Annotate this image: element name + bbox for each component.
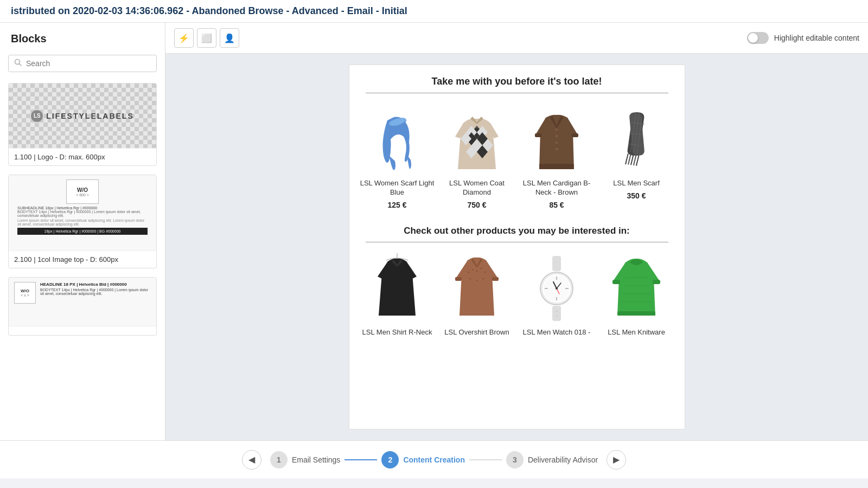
nav-step-2[interactable]: 2 Content Creation — [381, 451, 465, 468]
search-wrap — [0, 50, 165, 79]
email-container: Take me with you before it's too late! — [349, 65, 685, 429]
email-scroll[interactable]: Take me with you before it's too late! — [165, 54, 868, 440]
svg-rect-52 — [653, 280, 660, 284]
sidebar-blocks: Blocks LS LIFESTYLELABELS 1.100 — [0, 23, 165, 440]
next-button[interactable]: ▶ — [607, 450, 626, 470]
desktop-icon: ⬜ — [201, 33, 212, 43]
svg-rect-10 — [535, 133, 541, 137]
block2-body: BODYTEXT 14px | Helvetica Rgr | #000000 … — [17, 210, 148, 217]
svg-point-49 — [556, 310, 558, 312]
prev-button[interactable]: ◀ — [242, 450, 261, 470]
product-img-2 — [527, 104, 586, 175]
product-cell-3: LSL Men Scarf 350 € — [599, 104, 674, 209]
svg-point-30 — [484, 271, 486, 273]
toolbar-right: Highlight editable content — [747, 32, 859, 44]
nav-steps: 1 Email Settings 2 Content Creation 3 De… — [270, 451, 598, 468]
logo-circle: LS — [31, 110, 43, 122]
svg-line-1 — [20, 64, 22, 66]
logo-preview: LS LIFESTYLELABELS — [31, 110, 133, 122]
product-img-5 — [447, 253, 507, 324]
product-name-0: LSL Women Scarf Light Blue — [360, 179, 435, 197]
block-preview-logo: LS LIFESTYLELABELS — [9, 84, 156, 149]
svg-point-31 — [470, 278, 471, 279]
product-cell-4: LSL Men Shirt R-Neck — [360, 253, 435, 341]
svg-rect-7 — [555, 142, 558, 144]
svg-line-22 — [631, 154, 634, 165]
logo-text: LIFESTYLELABELS — [46, 112, 133, 120]
svg-point-27 — [472, 268, 474, 270]
product-price-0: 125 € — [387, 201, 406, 209]
svg-point-33 — [483, 278, 484, 279]
svg-point-26 — [468, 271, 470, 273]
step-circle-3: 3 — [506, 451, 524, 468]
product-name-3: LSL Men Scarf — [613, 179, 660, 188]
block2-btn: 18px | Helvetica Rgr | #000000 | BG #000… — [17, 228, 148, 235]
bottom-nav: ◀ 1 Email Settings 2 Content Creation 3 … — [0, 440, 868, 478]
nav-step-1[interactable]: 1 Email Settings — [270, 451, 340, 468]
product-grid-1: LSL Women Scarf Light Blue 125 € — [349, 104, 685, 220]
search-input[interactable] — [26, 59, 151, 68]
user-icon: 👤 — [224, 33, 235, 43]
size-label: < 600 > — [76, 193, 89, 197]
svg-rect-35 — [492, 277, 499, 281]
svg-point-29 — [481, 267, 482, 269]
svg-rect-5 — [555, 129, 558, 131]
svg-rect-11 — [572, 133, 578, 137]
product-img-0 — [367, 104, 427, 175]
product-price-1: 750 € — [467, 201, 486, 209]
highlight-toggle[interactable] — [747, 32, 769, 44]
product-name-6: LSL Men Watch 018 - — [523, 328, 591, 337]
toolbar-btn-lightning[interactable]: ⚡ — [174, 28, 194, 48]
svg-line-23 — [634, 155, 636, 165]
wo-placeholder: W/O — [77, 187, 88, 193]
block-preview-2: W/O < 600 > SUBHEADLINE 18px | Helvetica… — [9, 175, 156, 251]
product-name-4: LSL Men Shirt R-Neck — [362, 328, 432, 337]
nav-step-3[interactable]: 3 Deliverability Advisor — [506, 451, 598, 468]
section2-divider — [366, 242, 668, 242]
section2-title: Check out other products you may be inte… — [349, 220, 685, 242]
block-label-2: 2.100 | 1col Image top - D: 600px — [9, 251, 156, 268]
toolbar-btn-desktop[interactable]: ⬜ — [197, 28, 216, 48]
product-price-2: 85 € — [549, 201, 564, 209]
content-area: ⚡ ⬜ 👤 Highlight editable content Ta — [165, 23, 868, 440]
section1-title: Take me with you before it's too late! — [349, 65, 685, 93]
product-cell-6: LSL Men Watch 018 - — [520, 253, 594, 341]
product-cell-1: LSL Women Coat Diamond 750 € — [440, 104, 514, 209]
svg-rect-36 — [552, 256, 561, 271]
block3-img-placeholder: W/O < x > — [14, 282, 36, 304]
placeholder-img-box: W/O < 600 > — [66, 179, 99, 204]
block-label-3 — [9, 326, 156, 335]
svg-rect-34 — [455, 277, 462, 281]
product-cell-5: LSL Overshirt Brown — [440, 253, 514, 341]
svg-rect-51 — [612, 280, 620, 284]
prev-icon: ◀ — [248, 454, 255, 465]
svg-point-4 — [476, 126, 478, 129]
step-connector-1 — [344, 459, 377, 460]
product-img-4 — [367, 253, 427, 324]
block-item-logo[interactable]: LS LIFESTYLELABELS 1.100 | Logo - D: max… — [8, 83, 157, 166]
block-item-image-text[interactable]: W/O < 600 > SUBHEADLINE 18px | Helvetica… — [8, 175, 157, 268]
product-name-5: LSL Overshirt Brown — [444, 328, 509, 337]
block-item-3[interactable]: W/O < x > HEADLINE 18 PX | Helvetica Bld… — [8, 277, 157, 336]
product-name-2: LSL Men Cardigan B-Neck - Brown — [520, 179, 594, 197]
toolbar: ⚡ ⬜ 👤 Highlight editable content — [165, 23, 868, 54]
search-box[interactable] — [8, 55, 157, 72]
svg-point-47 — [556, 287, 558, 290]
main-layout: Blocks LS LIFESTYLELABELS 1.100 — [0, 23, 868, 440]
toolbar-btn-user[interactable]: 👤 — [220, 28, 239, 48]
step-circle-1: 1 — [270, 451, 288, 468]
svg-line-20 — [626, 153, 628, 164]
product-price-3: 350 € — [627, 191, 646, 200]
product-cell-0: LSL Women Scarf Light Blue 125 € — [360, 104, 435, 209]
svg-rect-9 — [539, 164, 574, 169]
block3-text-area: HEADLINE 18 PX | Helvetica Bld | #000000… — [40, 282, 151, 296]
product-img-6 — [527, 253, 586, 324]
product-grid-2: LSL Men Shirt R-Neck — [349, 253, 685, 351]
block-label-1: 1.100 | Logo - D: max. 600px — [9, 149, 156, 165]
product-name-1: LSL Women Coat Diamond — [440, 179, 514, 197]
product-name-7: LSL Men Knitware — [608, 328, 665, 337]
step-connector-2 — [469, 459, 502, 460]
highlight-label: Highlight editable content — [774, 34, 859, 42]
product-img-1 — [447, 104, 507, 175]
step-label-2: Content Creation — [403, 455, 465, 464]
